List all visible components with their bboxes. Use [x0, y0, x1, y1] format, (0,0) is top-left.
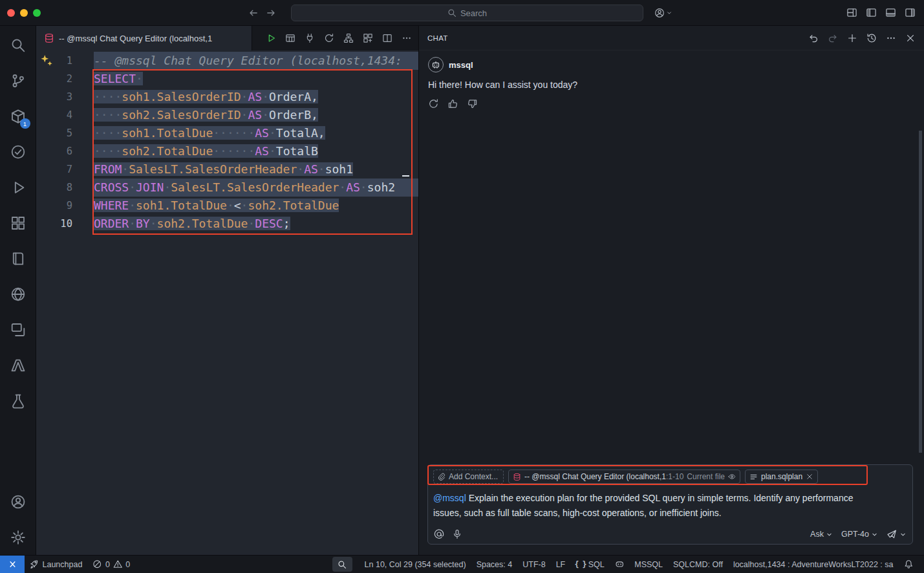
customize-layout-icon[interactable] — [846, 7, 857, 18]
mssql-mention[interactable]: @mssql — [433, 493, 466, 503]
code-line-1[interactable]: 1 -- @mssql Chat Query Editor (localhost… — [36, 52, 418, 70]
activity-item-run-and-debug[interactable] — [3, 169, 34, 205]
language-mode[interactable]: { }SQL — [570, 556, 610, 573]
minimize-window-button[interactable] — [20, 9, 28, 17]
add-context-button[interactable]: Add Context... — [433, 470, 504, 484]
close-panel-button[interactable] — [903, 30, 918, 45]
helpful-button[interactable] — [447, 98, 458, 109]
voice-input-button[interactable] — [452, 529, 462, 539]
code-line-3[interactable]: 3 ····soh1.SalesOrderID·AS·OrderA, — [36, 88, 418, 106]
eol[interactable]: LF — [551, 556, 571, 573]
code-line-8[interactable]: 8 CROSS·JOIN·SalesLT.SalesOrderHeader·AS… — [36, 178, 418, 197]
run-query-button[interactable] — [263, 30, 279, 47]
activity-item-source-control[interactable] — [3, 63, 34, 98]
copilot-sparkle-icon[interactable] — [39, 54, 54, 68]
workbench: 1 -- @mssql Chat Query E — [0, 26, 924, 555]
chat-mode-picker[interactable]: Ask — [810, 530, 833, 539]
code-line-5[interactable]: 5 ····soh1.TotalDue······AS·TotalA, — [36, 124, 418, 142]
activity-item-extensions[interactable] — [3, 205, 34, 241]
send-icon — [886, 529, 897, 539]
context-chip-query-editor[interactable]: -- @mssql Chat Query Editor (localhost,1… — [508, 470, 740, 484]
activity-item-search[interactable] — [3, 27, 34, 63]
tab-title: -- @mssql Chat Query Editor (localhost,1 — [59, 34, 244, 43]
activity-item-remote-explorer[interactable] — [3, 312, 34, 347]
robot-icon — [431, 60, 440, 69]
new-chat-button[interactable] — [844, 30, 859, 45]
zoom-window-button[interactable] — [33, 9, 41, 17]
mssql-status[interactable]: MSSQL — [629, 556, 668, 573]
more-actions-button[interactable] — [398, 30, 414, 47]
chat-history-button[interactable] — [864, 30, 879, 45]
connection-status[interactable]: localhost,1434 : AdventureWorksLT2022 : … — [728, 556, 899, 573]
command-center-search[interactable]: Search — [291, 5, 643, 21]
zoom-indicator[interactable] — [332, 557, 352, 572]
unhelpful-button[interactable] — [467, 98, 478, 109]
context-attachments-row: Add Context... -- @mssql Chat Query Edit… — [433, 468, 907, 485]
account-menu[interactable] — [654, 8, 672, 18]
activity-item-sql-tools[interactable] — [3, 383, 34, 418]
activity-item-testing[interactable] — [3, 134, 34, 169]
code-line-text: CROSS·JOIN·SalesLT.SalesOrderHeader·AS·s… — [94, 178, 418, 197]
chat-input-toolbar: Ask GPT-4o — [434, 529, 907, 539]
activity-item-azure[interactable] — [3, 347, 34, 383]
indentation[interactable]: Spaces: 4 — [471, 556, 518, 573]
activity-item-settings[interactable] — [3, 519, 34, 555]
line-number: 4 — [36, 106, 72, 124]
change-connection-button[interactable] — [321, 30, 337, 47]
code-line-text: ····soh1.TotalDue······AS·TotalA, — [94, 124, 418, 142]
warning-icon — [113, 559, 123, 569]
toggle-panel-icon[interactable] — [885, 7, 896, 18]
nav-back-icon[interactable] — [248, 8, 259, 18]
split-icon — [382, 33, 392, 43]
code-editor[interactable]: 1 -- @mssql Chat Query Editor (localhost… — [36, 50, 418, 555]
launchpad-status[interactable]: Launchpad — [25, 556, 87, 573]
code-area: 1 -- @mssql Chat Query Editor (localhost… — [36, 52, 418, 233]
activity-item-documentation[interactable] — [3, 241, 34, 276]
eye-icon[interactable] — [728, 473, 736, 481]
copilot-status[interactable] — [610, 556, 630, 573]
activity-item-web[interactable] — [3, 276, 34, 312]
ellipsis-icon — [402, 33, 412, 43]
more-options-button[interactable] — [883, 30, 898, 45]
code-line-6[interactable]: 6 ····soh2.TotalDue······AS·TotalB — [36, 142, 418, 160]
remote-indicator[interactable] — [0, 556, 25, 573]
magnifier-icon — [338, 560, 347, 569]
code-line-7[interactable]: 7 FROM·SalesLT.SalesOrderHeader·AS·soh1 — [36, 160, 418, 178]
redo-button[interactable] — [825, 30, 840, 45]
activity-item-accounts[interactable] — [3, 484, 34, 519]
toggle-primary-sidebar-icon[interactable] — [866, 7, 877, 18]
connect-button[interactable] — [301, 30, 317, 47]
split-editor-button[interactable] — [379, 30, 395, 47]
add-mention-button[interactable] — [434, 529, 444, 539]
query-plan-button[interactable] — [360, 30, 376, 47]
undo-button[interactable] — [806, 30, 821, 45]
encoding[interactable]: UTF-8 — [517, 556, 550, 573]
input-toolbar-right: Ask GPT-4o — [810, 529, 907, 539]
send-button[interactable] — [886, 529, 907, 539]
search-placeholder: Search — [460, 8, 487, 18]
editor-tab[interactable]: -- @mssql Chat Query Editor (localhost,1 — [36, 26, 252, 50]
play-icon — [266, 33, 276, 43]
code-line-10[interactable]: 10 ORDER·BY·soh2.TotalDue·DESC; — [36, 215, 418, 233]
activity-item-extensions-package[interactable]: 1 — [3, 98, 34, 134]
code-line-9[interactable]: 9 WHERE·soh1.TotalDue·<·soh2.TotalDue — [36, 197, 418, 215]
close-window-button[interactable] — [7, 9, 15, 17]
model-picker[interactable]: GPT-4o — [841, 530, 878, 539]
schema-visualizer-button[interactable] — [340, 30, 356, 47]
toggle-secondary-sidebar-icon[interactable] — [905, 7, 916, 18]
problems-status[interactable]: 0 0 — [87, 556, 135, 573]
context-chip-sqlplan[interactable]: plan.sqlplan — [745, 470, 818, 484]
line-number: 5 — [36, 124, 72, 142]
nav-forward-icon[interactable] — [266, 8, 276, 18]
titlebar: Search — [0, 0, 924, 26]
close-icon[interactable] — [806, 473, 813, 481]
code-line-2[interactable]: 2 SELECT· — [36, 70, 418, 88]
scrollbar-thumb[interactable] — [919, 131, 922, 453]
sqlcmd-status[interactable]: SQLCMD: Off — [668, 556, 728, 573]
regenerate-button[interactable] — [428, 98, 439, 109]
code-line-4[interactable]: 4 ····soh2.SalesOrderID·AS·OrderB, — [36, 106, 418, 124]
chat-prompt-input[interactable]: @mssql Explain the execution plan for th… — [433, 491, 883, 521]
cursor-position[interactable]: Ln 10, Col 29 (354 selected) — [360, 556, 471, 573]
show-results-button[interactable] — [282, 30, 298, 47]
notifications[interactable] — [899, 556, 919, 573]
